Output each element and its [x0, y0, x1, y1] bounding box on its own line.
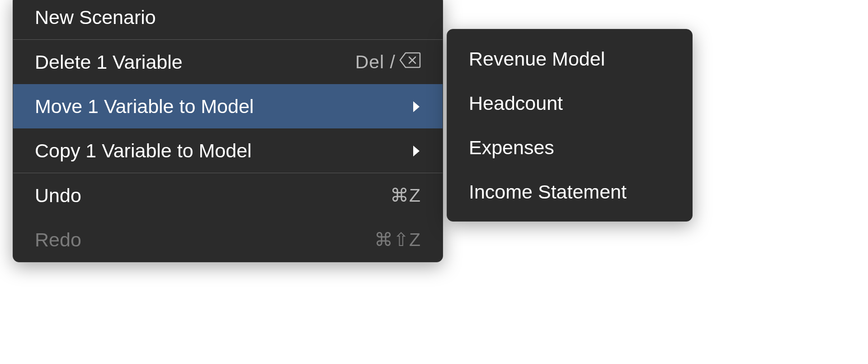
redo-label: Redo — [35, 229, 81, 251]
delete-variable-item[interactable]: Delete 1 Variable Del / — [13, 40, 443, 84]
submenu-item-revenue-model[interactable]: Revenue Model — [447, 37, 692, 81]
submenu-item-expenses[interactable]: Expenses — [447, 125, 692, 170]
submenu-item-headcount[interactable]: Headcount — [447, 81, 692, 125]
move-variable-label: Move 1 Variable to Model — [35, 95, 254, 118]
delete-shortcut: Del / — [355, 52, 421, 73]
context-menu: New Scenario Delete 1 Variable Del / Mov… — [13, 0, 443, 262]
undo-shortcut: ⌘Z — [390, 184, 421, 206]
copy-variable-item[interactable]: Copy 1 Variable to Model — [13, 128, 443, 173]
shortcut-text: Del / — [355, 52, 396, 73]
backspace-icon — [399, 52, 421, 73]
submenu-indicator — [412, 95, 421, 118]
submenu-indicator — [412, 140, 421, 162]
new-scenario-label: New Scenario — [35, 6, 156, 28]
delete-variable-label: Delete 1 Variable — [35, 51, 183, 73]
undo-item[interactable]: Undo ⌘Z — [13, 173, 443, 217]
undo-label: Undo — [35, 184, 81, 207]
submenu-item-label: Income Statement — [469, 181, 627, 203]
submenu: Revenue Model Headcount Expenses Income … — [447, 29, 693, 222]
chevron-right-icon — [412, 95, 421, 118]
move-variable-item[interactable]: Move 1 Variable to Model — [13, 84, 443, 128]
submenu-item-label: Headcount — [469, 92, 563, 114]
submenu-item-label: Revenue Model — [469, 48, 605, 70]
copy-variable-label: Copy 1 Variable to Model — [35, 140, 252, 162]
chevron-right-icon — [412, 140, 421, 162]
submenu-item-income-statement[interactable]: Income Statement — [447, 170, 692, 214]
new-scenario-item[interactable]: New Scenario — [13, 0, 443, 39]
redo-item: Redo ⌘⇧Z — [13, 217, 443, 262]
shortcut-text: ⌘Z — [390, 184, 421, 206]
shortcut-text: ⌘⇧Z — [374, 229, 421, 251]
submenu-item-label: Expenses — [469, 137, 554, 159]
redo-shortcut: ⌘⇧Z — [374, 229, 421, 251]
